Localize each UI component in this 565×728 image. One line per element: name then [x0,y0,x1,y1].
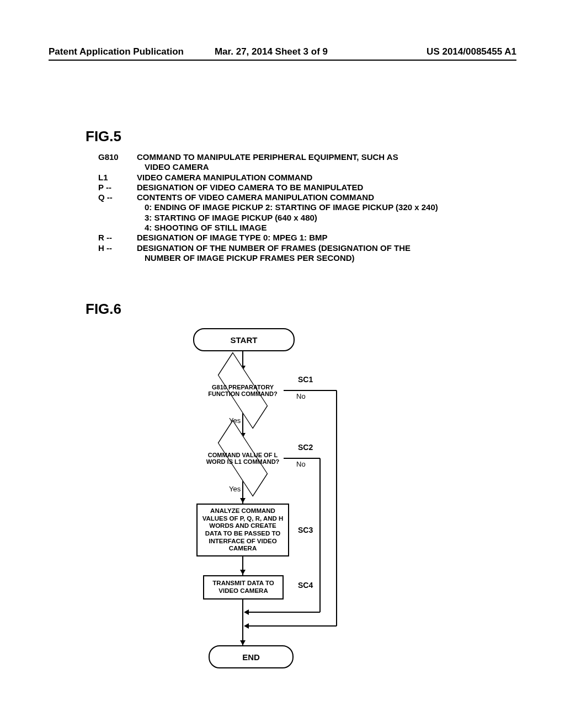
arrow-icon [240,640,246,645]
cmd-desc: DESIGNATION OF IMAGE TYPE 0: MPEG 1: BMP [137,233,328,243]
flow-decision-sc2: COMMAND VALUE OF L WORD IS L1 COMMAND? [201,437,284,479]
cmd-row: G810 COMMAND TO MANIPULATE PERIPHERAL EQ… [98,152,438,173]
header-rule [49,60,516,61]
cmd-code: H -- [98,243,137,264]
cmd-row: P -- DESIGNATION OF VIDEO CAMERA TO BE M… [98,183,438,192]
flow-end: END [209,645,294,668]
patent-page: Patent Application Publication Mar. 27, … [0,0,565,728]
cmd-desc: COMMAND TO MANIPULATE PERIPHERAL EQUIPME… [137,152,398,173]
fig5-label: FIG.5 [86,128,121,145]
sc2-label: SC2 [298,443,313,452]
fig6-label: FIG.6 [86,301,121,318]
cmd-code: Q -- [98,192,137,233]
header-right: US 2014/0085455 A1 [427,46,516,57]
flow-process-sc3: ANALYZE COMMAND VALUES OF P, Q, R, AND H… [196,504,289,556]
arrow-icon [240,570,246,575]
sc4-label: SC4 [298,581,313,590]
cmd-row: L1 VIDEO CAMERA MANIPULATION COMMAND [98,173,438,183]
cmd-row: R -- DESIGNATION OF IMAGE TYPE 0: MPEG 1… [98,233,438,243]
cmd-desc: DESIGNATION OF THE NUMBER OF FRAMES (DES… [137,243,411,264]
flow-process-sc4: TRANSMIT DATA TO VIDEO CAMERA [203,575,284,599]
flow-start: START [193,328,295,351]
cmd-row: Q -- CONTENTS OF VIDEO CAMERA MANIPULATI… [98,192,438,233]
fig6-flowchart: START G810 PREPARATORY FUNCTION COMMAND?… [182,328,430,670]
arrow-icon [244,609,249,615]
cmd-desc: DESIGNATION OF VIDEO CAMERA TO BE MANIPU… [137,183,363,192]
cmd-code: R -- [98,233,137,243]
cmd-code: L1 [98,173,137,183]
arrow-icon [244,623,249,629]
sc1-label: SC1 [298,375,313,384]
flow-decision-sc1: G810 PREPARATORY FUNCTION COMMAND? [201,370,284,411]
fig5-table: G810 COMMAND TO MANIPULATE PERIPHERAL EQ… [98,152,438,263]
no-label: No [296,460,306,468]
yes-label: Yes [229,485,241,493]
sc3-label: SC3 [298,526,313,534]
arrow-icon [240,498,246,503]
no-label: No [296,392,306,400]
header-left: Patent Application Publication [49,46,184,57]
cmd-row: H -- DESIGNATION OF THE NUMBER OF FRAMES… [98,243,438,264]
cmd-code: P -- [98,183,137,192]
cmd-code: G810 [98,152,137,173]
page-header: Patent Application Publication Mar. 27, … [49,46,516,57]
cmd-desc: VIDEO CAMERA MANIPULATION COMMAND [137,173,312,183]
cmd-desc: CONTENTS OF VIDEO CAMERA MANIPULATION CO… [137,192,438,233]
header-mid: Mar. 27, 2014 Sheet 3 of 9 [215,46,328,57]
